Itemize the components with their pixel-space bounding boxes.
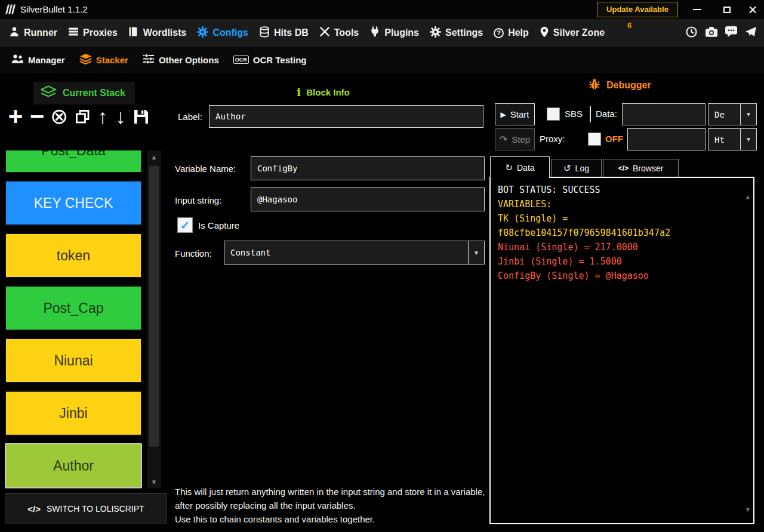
- maximize-button[interactable]: [713, 0, 741, 19]
- nav-item-hits-db[interactable]: Hits DB: [259, 26, 309, 40]
- checkmark-icon: ✓: [180, 220, 190, 231]
- variable-name-label: Variable Name:: [175, 164, 236, 174]
- scroll-down-icon[interactable]: ▼: [745, 503, 750, 517]
- plug-icon: [369, 26, 380, 39]
- variable-line: TK (Single) =: [498, 211, 739, 226]
- camera-icon: [705, 26, 718, 40]
- data-input[interactable]: [622, 103, 706, 125]
- input-string-label: Input string:: [175, 195, 221, 205]
- stacker-icon: [79, 53, 92, 66]
- app-logo-icon: [5, 4, 17, 17]
- subnav-item-other-options[interactable]: Other Options: [143, 53, 219, 66]
- function-label: Function:: [175, 248, 212, 259]
- move-up-icon[interactable]: ↑: [94, 102, 111, 131]
- screenshot-button[interactable]: [701, 19, 721, 47]
- proxy-field-label: Proxy:: [540, 134, 565, 144]
- code-icon: </>: [27, 504, 41, 514]
- tab-log[interactable]: ↺ Log: [551, 159, 602, 177]
- nav-item-silver-zone[interactable]: Silver Zone: [540, 26, 605, 40]
- minimize-button[interactable]: [684, 0, 710, 19]
- is-capture-checkbox[interactable]: ✓: [177, 217, 193, 233]
- add-block-icon[interactable]: +: [5, 102, 26, 131]
- stack-block[interactable]: KEY CHECK: [5, 180, 142, 226]
- bot-status-line: BOT STATUS: SUCCESS: [498, 183, 739, 197]
- bug-icon: [588, 78, 601, 93]
- stack-block[interactable]: Niunai: [5, 338, 142, 383]
- switch-to-loliscript-button[interactable]: </> SWITCH TO LOLISCRIPT: [5, 493, 167, 524]
- chat-icon: [725, 26, 738, 40]
- duplicate-block-icon[interactable]: [72, 109, 93, 125]
- stack-block-selected[interactable]: Author: [5, 443, 142, 488]
- history-icon: [685, 26, 698, 41]
- chevron-down-icon[interactable]: ▼: [740, 104, 756, 125]
- proxy-checkbox[interactable]: [588, 133, 601, 146]
- stack-block[interactable]: Post_Data: [5, 150, 142, 173]
- subnav-item-ocr-testing[interactable]: OCR OCR Testing: [233, 55, 307, 65]
- pin-icon: [540, 26, 549, 40]
- nav-item-settings[interactable]: Settings: [430, 26, 483, 40]
- variables-heading: VARIABLES:: [498, 197, 739, 211]
- label-input[interactable]: [209, 105, 483, 128]
- save-stack-icon[interactable]: [130, 108, 152, 125]
- clear-stack-icon[interactable]: ⊗: [48, 102, 70, 131]
- stack-block[interactable]: Jinbi: [5, 390, 142, 436]
- move-down-icon[interactable]: ↓: [112, 102, 129, 131]
- nav-item-configs[interactable]: Configs: [197, 26, 248, 40]
- user-icon: [9, 26, 20, 39]
- chat-button[interactable]: [721, 19, 741, 47]
- book-icon: [128, 26, 139, 39]
- sliders-icon: [143, 53, 155, 66]
- proxy-input[interactable]: [627, 128, 706, 150]
- input-string-input[interactable]: [251, 187, 485, 211]
- data-type-dropdown[interactable]: De ▼: [708, 103, 757, 125]
- nav-item-plugins[interactable]: Plugins: [369, 26, 419, 39]
- close-button[interactable]: ×: [741, 0, 764, 19]
- variable-line: Niunai (Single) = 217.0000: [498, 240, 739, 254]
- nav-icon-buttons: [682, 19, 760, 47]
- telegram-button[interactable]: [741, 19, 760, 47]
- data-field-label: Data:: [596, 109, 617, 119]
- scroll-up-icon[interactable]: ▲: [745, 190, 750, 204]
- step-button[interactable]: ↷ Step: [495, 128, 535, 150]
- question-icon: ?: [494, 28, 504, 38]
- chevron-down-icon[interactable]: ▼: [468, 241, 484, 264]
- minimize-icon: [693, 9, 701, 10]
- nav-item-wordlists[interactable]: Wordlists: [128, 26, 187, 39]
- app-window: SilverBullet 1.1.2 Update Available × Ru…: [0, 0, 764, 532]
- nav-item-proxies[interactable]: Proxies: [68, 26, 118, 39]
- remove-block-icon[interactable]: −: [27, 102, 47, 131]
- variable-name-input[interactable]: [251, 156, 485, 180]
- scroll-down-icon[interactable]: ▼: [151, 478, 158, 485]
- subnav-item-stacker[interactable]: Stacker: [79, 53, 128, 66]
- debugger-header: Debugger: [588, 78, 651, 93]
- chevron-down-icon[interactable]: ▼: [740, 129, 756, 150]
- stack-block[interactable]: Post_Cap: [5, 285, 142, 331]
- proxy-type-dropdown[interactable]: Ht ▼: [708, 128, 757, 150]
- titlebar: SilverBullet 1.1.2 Update Available ×: [0, 0, 764, 19]
- function-dropdown[interactable]: Constant ▼: [224, 241, 485, 265]
- stack-layers-icon: [39, 85, 57, 102]
- history-button[interactable]: [682, 19, 701, 47]
- code-icon: </>: [618, 164, 629, 173]
- nav-item-help[interactable]: ? Help: [494, 27, 529, 38]
- scroll-up-icon[interactable]: ▲: [151, 153, 158, 161]
- close-icon: ×: [748, 1, 757, 18]
- nav-item-runner[interactable]: Runner: [9, 26, 57, 39]
- subnav-item-manager[interactable]: Manager: [11, 54, 65, 66]
- variable-line: f08cfbe104157f079659841601b347a2: [498, 226, 739, 240]
- stack-block[interactable]: token: [5, 233, 142, 278]
- stack-scrollbar-thumb[interactable]: [149, 166, 159, 447]
- nav-item-tools[interactable]: Tools: [319, 26, 359, 39]
- notification-badge: 6: [627, 21, 631, 30]
- label-field-label: Label:: [178, 112, 202, 122]
- sbs-checkbox[interactable]: [547, 107, 560, 121]
- variable-line: Jinbi (Single) = 1.5000: [498, 254, 739, 269]
- step-icon: ↷: [500, 134, 507, 145]
- maximize-icon: [723, 7, 731, 13]
- update-available-button[interactable]: Update Available: [597, 2, 678, 17]
- tab-data[interactable]: ↻ Data: [490, 156, 550, 178]
- manager-icon: [11, 54, 24, 66]
- start-button[interactable]: ▶ Start: [495, 103, 535, 125]
- tab-browser[interactable]: </> Browser: [603, 159, 679, 177]
- proxies-icon: [68, 26, 79, 39]
